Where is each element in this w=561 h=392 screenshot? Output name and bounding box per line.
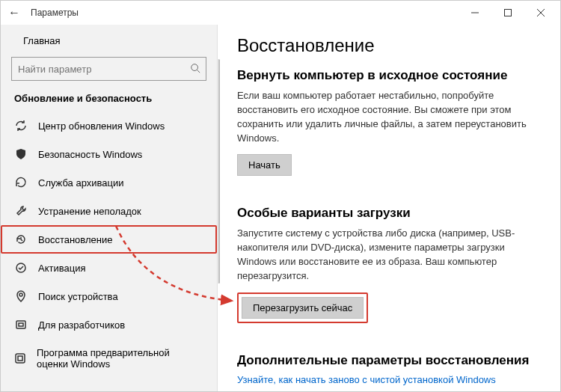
insider-icon — [14, 352, 26, 364]
svg-rect-1 — [505, 10, 512, 16]
close-icon — [537, 9, 545, 16]
scrollbar-thumb[interactable] — [218, 59, 220, 284]
close-button[interactable] — [524, 1, 557, 25]
sidebar-item-label: Для разработчиков — [38, 319, 125, 331]
sidebar-item-troubleshoot[interactable]: Устранение неполадок — [1, 197, 217, 225]
svg-point-7 — [19, 293, 22, 296]
developer-icon — [14, 319, 28, 331]
sidebar-item-label: Служба архивации — [38, 177, 124, 189]
sidebar-item-insider[interactable]: Программа предварительной оценки Windows — [1, 339, 217, 378]
update-icon — [14, 120, 28, 132]
sidebar-home-label: Главная — [23, 35, 60, 46]
sidebar-item-backup[interactable]: Служба архивации — [1, 168, 217, 197]
section-body-advanced-startup: Запустите систему с устройства либо диск… — [237, 227, 544, 283]
page-title: Восстановление — [237, 35, 544, 56]
sidebar-item-label: Поиск устройства — [38, 291, 118, 302]
sidebar-item-label: Восстановление — [38, 234, 112, 245]
restart-now-button[interactable]: Перезагрузить сейчас — [242, 297, 364, 319]
annotation-highlight: Перезагрузить сейчас — [237, 293, 368, 323]
back-button[interactable]: ← — [4, 6, 25, 19]
section-heading-advanced-startup: Особые варианты загрузки — [237, 206, 544, 221]
location-icon — [14, 290, 28, 302]
backup-icon — [14, 177, 28, 189]
minimize-button[interactable] — [459, 1, 491, 25]
search-input[interactable] — [12, 64, 185, 75]
sidebar-item-label: Центр обновления Windows — [38, 120, 165, 132]
sidebar-item-recovery[interactable]: Восстановление — [1, 225, 217, 254]
sidebar-item-find-device[interactable]: Поиск устройства — [1, 282, 217, 310]
sidebar-item-label: Активация — [38, 263, 85, 274]
minimize-icon — [471, 9, 479, 16]
search-icon — [185, 63, 206, 76]
section-body-reset: Если ваш компьютер работает нестабильно,… — [237, 89, 544, 145]
sidebar: Главная Обновление и безопасность Центр … — [1, 25, 218, 391]
svg-rect-11 — [18, 356, 22, 361]
maximize-icon — [504, 9, 512, 16]
start-button[interactable]: Начать — [237, 154, 292, 176]
section-heading-reset: Вернуть компьютер в исходное состояние — [237, 68, 544, 83]
svg-rect-8 — [16, 321, 25, 328]
sidebar-item-label: Устранение неполадок — [38, 206, 141, 217]
sidebar-item-windows-security[interactable]: Безопасность Windows — [1, 140, 217, 168]
svg-rect-9 — [19, 323, 23, 326]
svg-line-5 — [197, 70, 200, 73]
sidebar-section-heading: Обновление и безопасность — [1, 88, 217, 111]
titlebar: ← Параметры — [1, 1, 560, 25]
maximize-button[interactable] — [491, 1, 524, 25]
sidebar-item-label: Безопасность Windows — [38, 149, 142, 160]
wrench-icon — [14, 205, 28, 217]
sidebar-nav: Центр обновления Windows Безопасность Wi… — [1, 111, 217, 378]
content-area: Восстановление Вернуть компьютер в исход… — [218, 25, 560, 391]
sidebar-home[interactable]: Главная — [1, 29, 217, 52]
shield-icon — [14, 148, 28, 160]
sidebar-item-activation[interactable]: Активация — [1, 254, 217, 282]
fresh-start-link[interactable]: Узнайте, как начать заново с чистой уста… — [237, 374, 496, 385]
svg-rect-10 — [16, 354, 25, 363]
sidebar-item-developers[interactable]: Для разработчиков — [1, 310, 217, 339]
check-icon — [14, 262, 28, 274]
search-field[interactable] — [11, 57, 206, 81]
sidebar-item-label: Программа предварительной оценки Windows — [37, 347, 203, 370]
section-heading-more-recovery: Дополнительные параметры восстановления — [237, 353, 544, 368]
history-icon — [14, 233, 28, 245]
svg-point-4 — [191, 64, 198, 70]
sidebar-item-windows-update[interactable]: Центр обновления Windows — [1, 111, 217, 140]
window-title: Параметры — [31, 7, 79, 18]
scrollbar[interactable] — [218, 25, 222, 391]
